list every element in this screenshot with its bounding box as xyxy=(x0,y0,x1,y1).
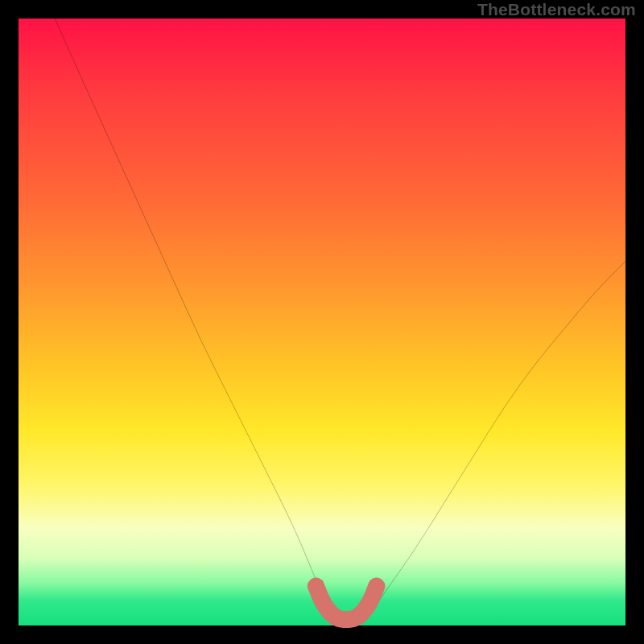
chart-frame: TheBottleneck.com xyxy=(0,0,644,644)
plot-area xyxy=(19,19,625,625)
optimal-zone-marker xyxy=(316,586,376,619)
bottleneck-curve xyxy=(55,19,625,619)
watermark-text: TheBottleneck.com xyxy=(477,0,636,19)
curve-layer xyxy=(19,19,625,625)
